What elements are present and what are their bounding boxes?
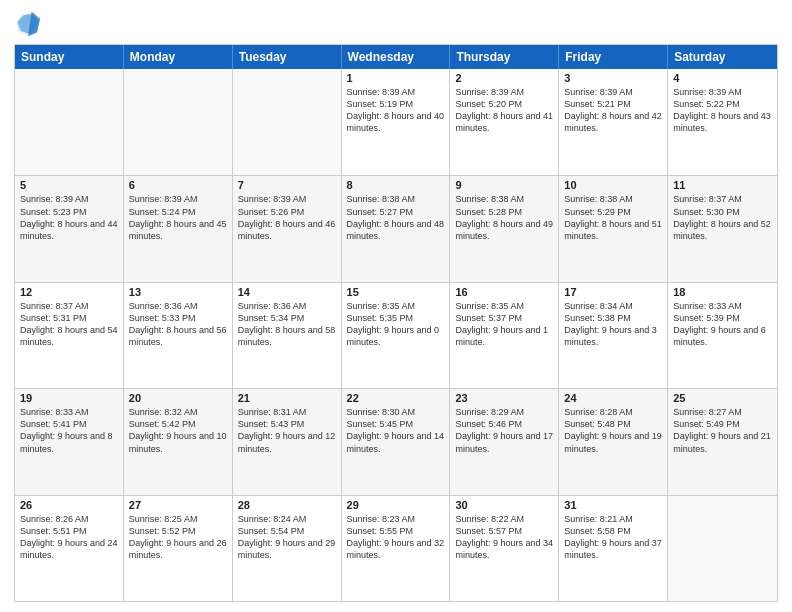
calendar-cell: 30Sunrise: 8:22 AM Sunset: 5:57 PM Dayli… [450,496,559,601]
header [14,10,778,38]
calendar-cell [668,496,777,601]
calendar-cell: 24Sunrise: 8:28 AM Sunset: 5:48 PM Dayli… [559,389,668,494]
cell-details: Sunrise: 8:39 AM Sunset: 5:21 PM Dayligh… [564,86,662,135]
day-number: 30 [455,499,553,511]
logo [14,10,46,38]
day-number: 9 [455,179,553,191]
cell-details: Sunrise: 8:24 AM Sunset: 5:54 PM Dayligh… [238,513,336,562]
calendar-cell: 10Sunrise: 8:38 AM Sunset: 5:29 PM Dayli… [559,176,668,281]
header-day-tuesday: Tuesday [233,45,342,69]
calendar-cell: 15Sunrise: 8:35 AM Sunset: 5:35 PM Dayli… [342,283,451,388]
cell-details: Sunrise: 8:38 AM Sunset: 5:28 PM Dayligh… [455,193,553,242]
cell-details: Sunrise: 8:39 AM Sunset: 5:26 PM Dayligh… [238,193,336,242]
calendar: SundayMondayTuesdayWednesdayThursdayFrid… [14,44,778,602]
day-number: 4 [673,72,772,84]
calendar-cell: 14Sunrise: 8:36 AM Sunset: 5:34 PM Dayli… [233,283,342,388]
calendar-cell: 16Sunrise: 8:35 AM Sunset: 5:37 PM Dayli… [450,283,559,388]
calendar-cell: 1Sunrise: 8:39 AM Sunset: 5:19 PM Daylig… [342,69,451,175]
day-number: 22 [347,392,445,404]
calendar-cell: 21Sunrise: 8:31 AM Sunset: 5:43 PM Dayli… [233,389,342,494]
day-number: 23 [455,392,553,404]
calendar-cell: 17Sunrise: 8:34 AM Sunset: 5:38 PM Dayli… [559,283,668,388]
calendar-cell: 25Sunrise: 8:27 AM Sunset: 5:49 PM Dayli… [668,389,777,494]
calendar-cell [124,69,233,175]
calendar-cell: 8Sunrise: 8:38 AM Sunset: 5:27 PM Daylig… [342,176,451,281]
calendar-row-3: 12Sunrise: 8:37 AM Sunset: 5:31 PM Dayli… [15,282,777,388]
day-number: 28 [238,499,336,511]
calendar-cell: 23Sunrise: 8:29 AM Sunset: 5:46 PM Dayli… [450,389,559,494]
calendar-header: SundayMondayTuesdayWednesdayThursdayFrid… [15,45,777,69]
day-number: 17 [564,286,662,298]
header-day-monday: Monday [124,45,233,69]
calendar-cell [233,69,342,175]
calendar-cell: 6Sunrise: 8:39 AM Sunset: 5:24 PM Daylig… [124,176,233,281]
calendar-cell: 28Sunrise: 8:24 AM Sunset: 5:54 PM Dayli… [233,496,342,601]
calendar-cell: 11Sunrise: 8:37 AM Sunset: 5:30 PM Dayli… [668,176,777,281]
day-number: 6 [129,179,227,191]
day-number: 26 [20,499,118,511]
cell-details: Sunrise: 8:32 AM Sunset: 5:42 PM Dayligh… [129,406,227,455]
cell-details: Sunrise: 8:22 AM Sunset: 5:57 PM Dayligh… [455,513,553,562]
day-number: 8 [347,179,445,191]
cell-details: Sunrise: 8:39 AM Sunset: 5:24 PM Dayligh… [129,193,227,242]
header-day-friday: Friday [559,45,668,69]
cell-details: Sunrise: 8:38 AM Sunset: 5:29 PM Dayligh… [564,193,662,242]
cell-details: Sunrise: 8:25 AM Sunset: 5:52 PM Dayligh… [129,513,227,562]
cell-details: Sunrise: 8:27 AM Sunset: 5:49 PM Dayligh… [673,406,772,455]
calendar-cell: 9Sunrise: 8:38 AM Sunset: 5:28 PM Daylig… [450,176,559,281]
calendar-body: 1Sunrise: 8:39 AM Sunset: 5:19 PM Daylig… [15,69,777,601]
day-number: 11 [673,179,772,191]
cell-details: Sunrise: 8:28 AM Sunset: 5:48 PM Dayligh… [564,406,662,455]
logo-icon [14,10,42,38]
day-number: 31 [564,499,662,511]
cell-details: Sunrise: 8:29 AM Sunset: 5:46 PM Dayligh… [455,406,553,455]
header-day-thursday: Thursday [450,45,559,69]
cell-details: Sunrise: 8:34 AM Sunset: 5:38 PM Dayligh… [564,300,662,349]
calendar-cell: 7Sunrise: 8:39 AM Sunset: 5:26 PM Daylig… [233,176,342,281]
day-number: 25 [673,392,772,404]
cell-details: Sunrise: 8:23 AM Sunset: 5:55 PM Dayligh… [347,513,445,562]
cell-details: Sunrise: 8:36 AM Sunset: 5:33 PM Dayligh… [129,300,227,349]
cell-details: Sunrise: 8:39 AM Sunset: 5:22 PM Dayligh… [673,86,772,135]
day-number: 29 [347,499,445,511]
day-number: 5 [20,179,118,191]
calendar-cell: 22Sunrise: 8:30 AM Sunset: 5:45 PM Dayli… [342,389,451,494]
cell-details: Sunrise: 8:36 AM Sunset: 5:34 PM Dayligh… [238,300,336,349]
day-number: 1 [347,72,445,84]
day-number: 24 [564,392,662,404]
day-number: 7 [238,179,336,191]
calendar-cell [15,69,124,175]
day-number: 3 [564,72,662,84]
day-number: 15 [347,286,445,298]
header-day-wednesday: Wednesday [342,45,451,69]
day-number: 18 [673,286,772,298]
day-number: 12 [20,286,118,298]
calendar-cell: 29Sunrise: 8:23 AM Sunset: 5:55 PM Dayli… [342,496,451,601]
calendar-cell: 5Sunrise: 8:39 AM Sunset: 5:23 PM Daylig… [15,176,124,281]
calendar-cell: 19Sunrise: 8:33 AM Sunset: 5:41 PM Dayli… [15,389,124,494]
cell-details: Sunrise: 8:37 AM Sunset: 5:31 PM Dayligh… [20,300,118,349]
day-number: 19 [20,392,118,404]
page: SundayMondayTuesdayWednesdayThursdayFrid… [0,0,792,612]
calendar-cell: 31Sunrise: 8:21 AM Sunset: 5:58 PM Dayli… [559,496,668,601]
cell-details: Sunrise: 8:39 AM Sunset: 5:20 PM Dayligh… [455,86,553,135]
day-number: 20 [129,392,227,404]
calendar-row-1: 1Sunrise: 8:39 AM Sunset: 5:19 PM Daylig… [15,69,777,175]
cell-details: Sunrise: 8:33 AM Sunset: 5:41 PM Dayligh… [20,406,118,455]
calendar-cell: 12Sunrise: 8:37 AM Sunset: 5:31 PM Dayli… [15,283,124,388]
cell-details: Sunrise: 8:35 AM Sunset: 5:37 PM Dayligh… [455,300,553,349]
calendar-cell: 20Sunrise: 8:32 AM Sunset: 5:42 PM Dayli… [124,389,233,494]
calendar-cell: 2Sunrise: 8:39 AM Sunset: 5:20 PM Daylig… [450,69,559,175]
cell-details: Sunrise: 8:21 AM Sunset: 5:58 PM Dayligh… [564,513,662,562]
day-number: 2 [455,72,553,84]
day-number: 21 [238,392,336,404]
calendar-cell: 4Sunrise: 8:39 AM Sunset: 5:22 PM Daylig… [668,69,777,175]
cell-details: Sunrise: 8:38 AM Sunset: 5:27 PM Dayligh… [347,193,445,242]
calendar-cell: 27Sunrise: 8:25 AM Sunset: 5:52 PM Dayli… [124,496,233,601]
cell-details: Sunrise: 8:26 AM Sunset: 5:51 PM Dayligh… [20,513,118,562]
cell-details: Sunrise: 8:39 AM Sunset: 5:19 PM Dayligh… [347,86,445,135]
cell-details: Sunrise: 8:39 AM Sunset: 5:23 PM Dayligh… [20,193,118,242]
cell-details: Sunrise: 8:33 AM Sunset: 5:39 PM Dayligh… [673,300,772,349]
calendar-row-5: 26Sunrise: 8:26 AM Sunset: 5:51 PM Dayli… [15,495,777,601]
calendar-cell: 26Sunrise: 8:26 AM Sunset: 5:51 PM Dayli… [15,496,124,601]
